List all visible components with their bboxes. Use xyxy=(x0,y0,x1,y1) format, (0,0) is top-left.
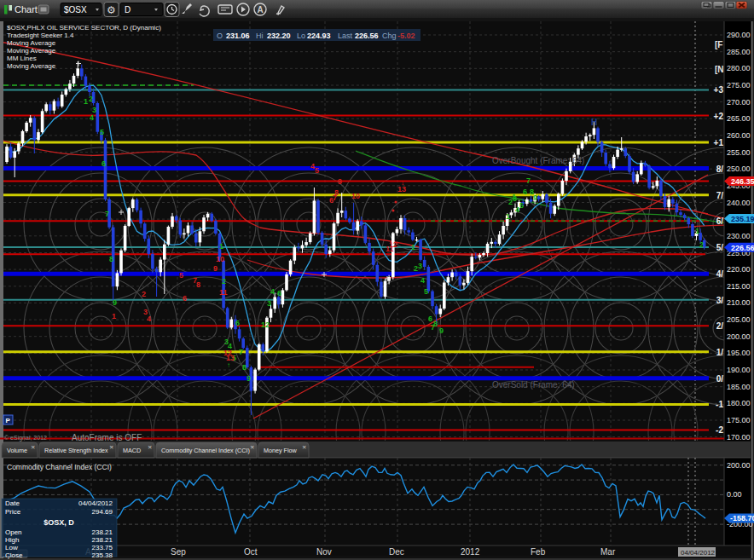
svg-text:3: 3 xyxy=(267,299,271,308)
svg-text:$OSX: $OSX xyxy=(64,5,87,14)
svg-text:6: 6 xyxy=(235,319,240,327)
svg-text:Commodity Channel Index (CCI): Commodity Channel Index (CCI) xyxy=(7,463,112,471)
svg-text:6: 6 xyxy=(183,294,187,303)
svg-text:MACD: MACD xyxy=(123,447,141,454)
svg-text:195.00: 195.00 xyxy=(727,349,751,357)
svg-text:210.00: 210.00 xyxy=(727,298,751,307)
svg-text:H: H xyxy=(591,118,597,127)
svg-text:4: 4 xyxy=(90,113,94,122)
svg-text:[N: [N xyxy=(715,65,724,74)
svg-text:10: 10 xyxy=(351,192,360,200)
svg-text:Moving Average: Moving Average xyxy=(7,62,56,70)
svg-text:230.00: 230.00 xyxy=(727,232,751,240)
svg-text:2012: 2012 xyxy=(461,547,480,557)
svg-text:8: 8 xyxy=(433,320,438,328)
svg-text:2: 2 xyxy=(222,277,226,286)
svg-text:4: 4 xyxy=(147,315,151,323)
svg-text:✕: ✕ xyxy=(250,444,254,450)
svg-text:Price: Price xyxy=(5,508,21,516)
svg-text:Low: Low xyxy=(5,544,18,551)
svg-text:8: 8 xyxy=(242,363,246,372)
svg-text:Dec: Dec xyxy=(389,547,404,557)
svg-text:04/04/2012: 04/04/2012 xyxy=(78,499,113,507)
svg-text:2: 2 xyxy=(142,290,146,298)
svg-text:⚙: ⚙ xyxy=(107,4,116,16)
svg-text:Tradesight Seeker 1.4: Tradesight Seeker 1.4 xyxy=(7,32,74,39)
svg-text:↓: ↓ xyxy=(401,178,405,187)
svg-text:Moving Average: Moving Average xyxy=(7,47,56,55)
svg-text:10: 10 xyxy=(216,255,224,263)
svg-text:9: 9 xyxy=(213,264,218,273)
svg-text:-158.70: -158.70 xyxy=(730,514,754,522)
svg-text:8/: 8/ xyxy=(716,165,724,174)
svg-text:AutoFrame is OFF: AutoFrame is OFF xyxy=(72,433,142,442)
svg-text:A: A xyxy=(258,5,264,14)
svg-text:270.00: 270.00 xyxy=(727,98,751,107)
svg-text:7: 7 xyxy=(526,176,531,185)
svg-text:238.21: 238.21 xyxy=(92,536,113,544)
svg-text:Relative Strength Index: Relative Strength Index xyxy=(44,447,108,454)
svg-text:200.00: 200.00 xyxy=(727,461,751,470)
svg-text:04/04/2012: 04/04/2012 xyxy=(681,549,716,557)
svg-text:6: 6 xyxy=(102,159,106,168)
svg-text:Moving Average: Moving Average xyxy=(7,39,56,47)
svg-text:5: 5 xyxy=(519,201,524,210)
svg-text:9: 9 xyxy=(533,193,537,202)
svg-text:[F: [F xyxy=(715,40,722,49)
svg-text:190.00: 190.00 xyxy=(727,366,751,374)
svg-text:1: 1 xyxy=(219,242,223,251)
svg-text:Date: Date xyxy=(5,499,20,507)
svg-text:11: 11 xyxy=(219,288,228,297)
svg-text:0/: 0/ xyxy=(716,374,724,384)
svg-text:280.00: 280.00 xyxy=(727,64,751,72)
svg-text:170.00: 170.00 xyxy=(727,433,751,442)
svg-text:MM Lines: MM Lines xyxy=(7,55,37,62)
svg-text:294.69: 294.69 xyxy=(92,508,113,516)
svg-text:Lo: Lo xyxy=(297,32,305,40)
svg-text:2: 2 xyxy=(89,95,93,103)
svg-text:260.00: 260.00 xyxy=(727,131,751,140)
svg-text:Money Flow: Money Flow xyxy=(264,447,298,454)
svg-text:✕: ✕ xyxy=(109,444,113,450)
svg-text:© eSignal, 2012: © eSignal, 2012 xyxy=(4,435,47,442)
svg-text:+2: +2 xyxy=(714,112,724,121)
svg-text:High: High xyxy=(5,536,19,544)
svg-text:246.35: 246.35 xyxy=(731,177,754,186)
svg-text:235.19: 235.19 xyxy=(731,215,754,223)
svg-text:185.00: 185.00 xyxy=(727,383,751,391)
svg-text:-1: -1 xyxy=(716,400,723,409)
svg-text:P: P xyxy=(6,417,11,424)
svg-text:275.00: 275.00 xyxy=(727,81,751,89)
svg-text:255.00: 255.00 xyxy=(727,148,751,157)
svg-text:Volume: Volume xyxy=(7,447,27,454)
svg-text:5: 5 xyxy=(100,128,104,136)
svg-text:250.00: 250.00 xyxy=(727,165,751,173)
svg-text:3: 3 xyxy=(418,262,422,270)
svg-text:180.00: 180.00 xyxy=(727,399,751,407)
svg-text:9: 9 xyxy=(113,298,117,307)
svg-text:6: 6 xyxy=(523,188,527,196)
svg-text:215.00: 215.00 xyxy=(727,282,751,291)
svg-text:12: 12 xyxy=(261,320,270,329)
svg-text:12: 12 xyxy=(389,240,397,249)
svg-text:220.00: 220.00 xyxy=(727,265,751,274)
svg-text:1: 1 xyxy=(512,193,516,201)
svg-text:OverSold (Frame: 64): OverSold (Frame: 64) xyxy=(492,380,575,390)
svg-text:1: 1 xyxy=(695,227,699,235)
svg-text:5: 5 xyxy=(179,271,183,280)
svg-text:9: 9 xyxy=(338,177,342,186)
svg-text:Last: Last xyxy=(338,32,353,40)
svg-text:✕: ✕ xyxy=(302,444,306,450)
svg-text:2/: 2/ xyxy=(716,321,724,331)
svg-text:Nov: Nov xyxy=(316,547,332,557)
svg-text:7/: 7/ xyxy=(716,191,724,200)
svg-text:7: 7 xyxy=(105,210,109,218)
svg-text:1: 1 xyxy=(506,212,510,221)
svg-text:9: 9 xyxy=(439,326,444,335)
svg-text:$OSX, D: $OSX, D xyxy=(44,518,74,527)
svg-text:265.00: 265.00 xyxy=(727,114,751,123)
svg-text:+3: +3 xyxy=(714,85,724,95)
svg-text:4: 4 xyxy=(270,287,275,296)
svg-text:226.56: 226.56 xyxy=(355,32,379,40)
svg-text:6: 6 xyxy=(277,289,281,297)
